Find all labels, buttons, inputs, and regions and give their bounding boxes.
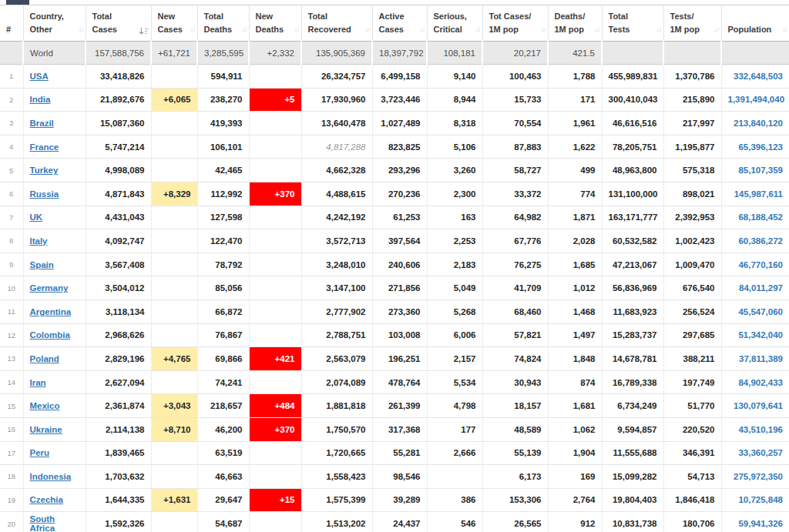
population-link[interactable]: 68,188,452 bbox=[738, 212, 783, 222]
sort-icon: ↓↑ bbox=[541, 24, 546, 35]
cell-total_recovered: 3,147,100 bbox=[301, 276, 372, 300]
population-link[interactable]: 51,342,040 bbox=[738, 330, 783, 340]
country-link[interactable]: Mexico bbox=[30, 401, 60, 410]
cell-new_deaths bbox=[249, 229, 301, 253]
cell-population: 33,360,257 bbox=[721, 441, 789, 465]
col-header-new_cases[interactable]: NewCases↓↑ bbox=[151, 5, 197, 42]
cell-new_cases: +8,710 bbox=[151, 417, 197, 441]
population-link[interactable]: 85,107,359 bbox=[738, 166, 783, 175]
country-link[interactable]: Turkey bbox=[30, 166, 59, 175]
cell-total_deaths: 85,056 bbox=[197, 276, 249, 300]
cell-total_deaths: 46,663 bbox=[197, 465, 249, 489]
population-link[interactable]: 130,079,641 bbox=[734, 401, 783, 410]
population-link[interactable]: 84,011,297 bbox=[739, 283, 783, 293]
cell-serious_critical: 5,268 bbox=[427, 299, 482, 323]
cell-rank: 5 bbox=[0, 159, 23, 182]
col-header-label: 1M pop bbox=[489, 25, 519, 34]
cell-total_tests: 9,594,857 bbox=[602, 417, 663, 441]
cell-total_tests: 11,683,923 bbox=[602, 299, 663, 323]
col-header-serious_critical[interactable]: Serious,Critical↓↑ bbox=[427, 5, 482, 42]
country-link[interactable]: Ukraine bbox=[30, 425, 62, 434]
population-link[interactable]: 145,987,611 bbox=[734, 189, 783, 199]
cell-total_deaths: 238,270 bbox=[197, 88, 249, 112]
cell-new_deaths bbox=[249, 512, 301, 532]
sort-icon: ↓↑ bbox=[242, 24, 247, 35]
population-link[interactable]: 84,902,433 bbox=[738, 378, 783, 387]
cell-country: Ukraine bbox=[23, 417, 86, 441]
country-link[interactable]: Indonesia bbox=[30, 472, 72, 481]
cell-country: Poland bbox=[23, 347, 86, 371]
cell-new_cases: +3,043 bbox=[151, 394, 197, 418]
col-header-label: New bbox=[158, 12, 176, 21]
cell-population: 51,342,040 bbox=[721, 323, 789, 347]
country-link[interactable]: Peru bbox=[30, 448, 50, 457]
cell-cases_per_1m: 48,589 bbox=[482, 417, 548, 441]
col-header-country[interactable]: Country,Other↓↑ bbox=[23, 5, 86, 42]
cell-new_cases bbox=[151, 229, 197, 253]
col-header-total_cases[interactable]: TotalCases bbox=[86, 5, 151, 42]
cell-total_cases: 4,998,089 bbox=[86, 159, 151, 182]
country-row: 1USA33,418,826594,91126,324,7576,499,158… bbox=[0, 65, 789, 89]
population-link[interactable]: 65,396,123 bbox=[738, 142, 783, 152]
cell-total_cases: 2,114,138 bbox=[86, 417, 151, 441]
col-header-new_deaths[interactable]: NewDeaths↓↑ bbox=[249, 5, 301, 42]
population-link[interactable]: 275,972,350 bbox=[734, 472, 783, 481]
col-header-total_recovered[interactable]: TotalRecovered↓↑ bbox=[301, 5, 372, 42]
cell-total_recovered: 17,930,960 bbox=[301, 88, 372, 112]
country-link[interactable]: Brazil bbox=[30, 119, 54, 128]
col-header-total_deaths[interactable]: TotalDeaths↓↑ bbox=[197, 5, 249, 42]
population-link[interactable]: 59,941,326 bbox=[738, 519, 783, 528]
country-link[interactable]: Colombia bbox=[30, 330, 70, 340]
cell-active_cases: 478,764 bbox=[372, 370, 427, 394]
cell-cases_per_1m: 76,275 bbox=[482, 253, 548, 276]
cell-population: 10,725,848 bbox=[721, 488, 789, 512]
col-header-total_tests[interactable]: TotalTests↓↑ bbox=[602, 5, 663, 42]
country-link[interactable]: Poland bbox=[30, 354, 59, 363]
cell-country: Peru bbox=[23, 441, 86, 465]
col-header-cases_per_1m[interactable]: Tot Cases/1M pop↓↑ bbox=[482, 5, 548, 42]
col-header-deaths_per_1m[interactable]: Deaths/1M pop↓↑ bbox=[548, 5, 602, 42]
country-link[interactable]: Germany bbox=[30, 283, 69, 293]
population-link[interactable]: 46,770,160 bbox=[738, 260, 783, 269]
country-link[interactable]: Argentina bbox=[30, 307, 72, 316]
cell-total_deaths: 122,470 bbox=[197, 229, 249, 253]
population-link[interactable]: 37,811,389 bbox=[739, 354, 783, 363]
country-link[interactable]: Russia bbox=[30, 189, 59, 199]
cell-new_deaths bbox=[249, 276, 301, 300]
country-link[interactable]: France bbox=[30, 142, 59, 152]
population-link[interactable]: 60,386,272 bbox=[738, 236, 783, 246]
cell-active_cases: 273,360 bbox=[372, 299, 427, 323]
cell-cases_per_1m: 6,173 bbox=[482, 465, 548, 489]
col-header-rank: # bbox=[0, 5, 23, 42]
country-link[interactable]: Czechia bbox=[30, 495, 63, 504]
cell-total_tests: 11,555,688 bbox=[602, 441, 663, 465]
country-row: 18Indonesia1,703,63246,6631,558,42398,54… bbox=[0, 465, 789, 489]
country-link[interactable]: Spain bbox=[30, 260, 54, 269]
country-link[interactable]: Italy bbox=[30, 236, 48, 246]
cell-population: 60,386,272 bbox=[721, 229, 789, 253]
col-header-active_cases[interactable]: ActiveCases↓↑ bbox=[372, 5, 427, 42]
cell-cases_per_1m: 100,463 bbox=[482, 65, 548, 89]
sort-icon: ↓↑ bbox=[782, 24, 787, 35]
population-link[interactable]: 33,360,257 bbox=[738, 448, 783, 457]
country-link[interactable]: USA bbox=[30, 72, 49, 81]
country-link[interactable]: UK bbox=[30, 212, 43, 222]
population-link[interactable]: 1,391,494,040 bbox=[728, 95, 785, 104]
population-link[interactable]: 45,547,060 bbox=[738, 307, 783, 316]
cell-new_cases bbox=[151, 65, 197, 89]
cell-tests_per_1m: 1,009,470 bbox=[663, 253, 721, 276]
country-link[interactable]: India bbox=[30, 95, 51, 104]
country-link[interactable]: Iran bbox=[30, 378, 46, 387]
cell-total_deaths: 69,866 bbox=[197, 347, 249, 371]
cell-new_deaths bbox=[249, 370, 301, 394]
population-link[interactable]: 213,840,120 bbox=[734, 119, 783, 128]
population-link[interactable]: 10,725,848 bbox=[738, 495, 783, 504]
cell-cases_per_1m: 30,943 bbox=[482, 370, 548, 394]
cell-population: 46,770,160 bbox=[721, 253, 789, 276]
sort-icon: ↓↑ bbox=[190, 24, 195, 35]
population-link[interactable]: 332,648,503 bbox=[734, 72, 783, 81]
country-link[interactable]: South Africa bbox=[30, 514, 55, 532]
col-header-tests_per_1m[interactable]: Tests/1M pop↓↑ bbox=[663, 5, 721, 42]
population-link[interactable]: 43,510,196 bbox=[738, 425, 783, 434]
col-header-population[interactable]: Population↓↑ bbox=[721, 5, 789, 42]
